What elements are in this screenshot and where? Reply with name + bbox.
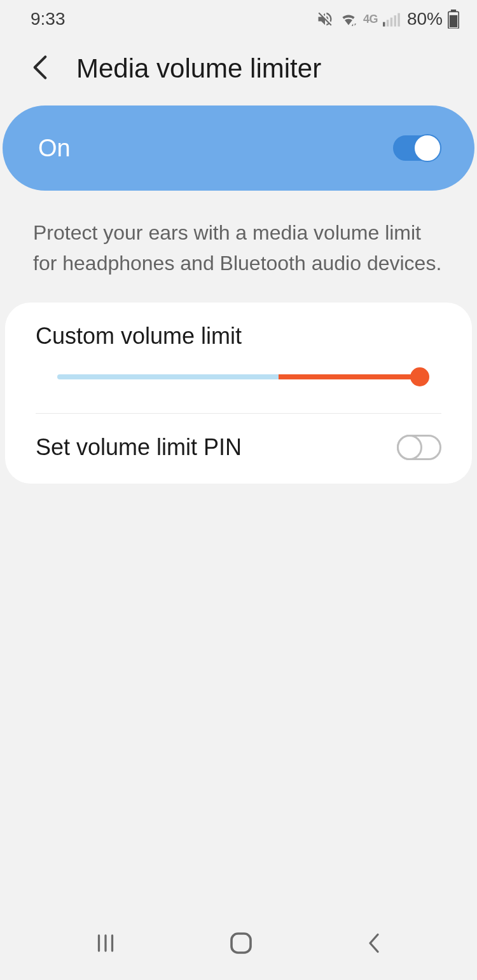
master-toggle-label: On: [38, 135, 71, 162]
battery-icon: [448, 10, 459, 29]
network-type-label: 4G: [363, 13, 378, 26]
svg-rect-13: [232, 934, 251, 953]
page-title: Media volume limiter: [76, 53, 321, 84]
master-toggle-switch[interactable]: [393, 135, 439, 161]
battery-percent: 80%: [407, 9, 443, 29]
svg-rect-3: [387, 20, 389, 26]
mute-icon: [316, 10, 334, 28]
master-toggle-row[interactable]: On: [3, 105, 474, 191]
home-button[interactable]: [228, 930, 254, 958]
nav-back-button[interactable]: [365, 932, 383, 957]
svg-marker-1: [355, 24, 356, 26]
status-time: 9:33: [31, 9, 66, 29]
signal-icon: [383, 11, 401, 27]
svg-rect-2: [383, 22, 385, 27]
svg-rect-4: [391, 18, 393, 27]
svg-rect-9: [450, 15, 457, 27]
svg-rect-6: [398, 13, 400, 27]
chevron-left-icon: [365, 932, 383, 955]
set-pin-label: Set volume limit PIN: [36, 434, 242, 461]
svg-rect-5: [394, 15, 396, 26]
set-pin-row[interactable]: Set volume limit PIN: [5, 414, 472, 484]
recents-button[interactable]: [94, 932, 117, 957]
status-bar: 9:33 4G 80%: [0, 0, 477, 34]
header: Media volume limiter: [0, 34, 477, 105]
custom-volume-title: Custom volume limit: [36, 323, 441, 350]
set-pin-switch[interactable]: [397, 435, 441, 460]
back-button[interactable]: [28, 51, 52, 86]
chevron-left-icon: [32, 55, 48, 80]
wifi-icon: [339, 11, 358, 27]
slider-thumb[interactable]: [410, 367, 429, 386]
volume-limit-slider[interactable]: [57, 366, 420, 388]
recents-icon: [94, 932, 117, 955]
custom-volume-section: Custom volume limit: [5, 303, 472, 413]
home-icon: [228, 930, 254, 956]
status-icons: 4G 80%: [316, 9, 459, 29]
system-nav-bar: [0, 916, 477, 980]
settings-card: Custom volume limit Set volume limit PIN: [5, 303, 472, 484]
svg-marker-0: [352, 24, 353, 26]
feature-description: Protect your ears with a media volume li…: [0, 191, 477, 303]
